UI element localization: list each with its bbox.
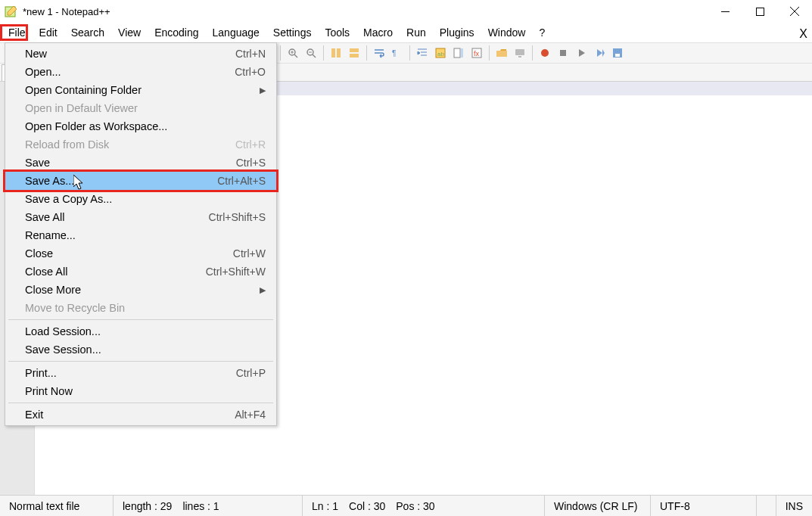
- lang-icon[interactable]: ab: [432, 45, 449, 61]
- file-menu-open-containing-folder[interactable]: Open Containing Folder▶: [5, 81, 276, 99]
- app-icon: [5, 5, 18, 18]
- menu-item-shortcut: Alt+F4: [235, 409, 266, 421]
- file-menu-save-session[interactable]: Save Session...: [5, 340, 276, 359]
- toolbar-separator: [532, 45, 533, 61]
- file-menu-open[interactable]: Open...Ctrl+O: [5, 63, 276, 81]
- status-doc-stats: length : 29 lines : 1: [114, 496, 303, 516]
- status-filetype: Normal text file: [0, 496, 114, 516]
- tab-close-x[interactable]: X: [799, 27, 807, 41]
- file-menu-print[interactable]: Print...Ctrl+P: [5, 364, 276, 382]
- zoom-in-icon[interactable]: [285, 45, 301, 61]
- menu-edit[interactable]: Edit: [33, 24, 64, 41]
- menu-window[interactable]: Window: [481, 24, 533, 41]
- file-menu-save[interactable]: SaveCtrl+S: [5, 154, 276, 172]
- play-icon[interactable]: [573, 45, 590, 61]
- window-controls: [708, 0, 812, 23]
- menu-settings[interactable]: Settings: [266, 24, 319, 41]
- menu-item-label: Save All: [25, 211, 64, 223]
- menu-file[interactable]: File: [2, 24, 33, 41]
- stop-icon[interactable]: [555, 45, 571, 61]
- menu-item-label: Save a Copy As...: [25, 193, 112, 205]
- doc-map-icon[interactable]: [450, 45, 467, 61]
- menu-item-shortcut: Ctrl+Alt+S: [217, 175, 266, 187]
- menu-item-label: Print...: [25, 367, 57, 379]
- file-menu-close-more[interactable]: Close More▶: [5, 281, 276, 299]
- file-menu-open-in-default-viewer: Open in Default Viewer: [5, 99, 276, 117]
- monitor-icon[interactable]: [512, 45, 528, 61]
- file-menu-new[interactable]: NewCtrl+N: [5, 45, 276, 63]
- function-list-icon[interactable]: fx: [468, 45, 485, 61]
- zoom-out-icon[interactable]: [303, 45, 319, 61]
- file-menu-print-now[interactable]: Print Now: [5, 382, 276, 400]
- menu-item-label: Close More: [25, 284, 81, 296]
- menu-item-label: Save Session...: [25, 343, 101, 356]
- menu-item-shortcut: Ctrl+O: [235, 66, 266, 78]
- toolbar-separator: [366, 45, 367, 61]
- menu-run[interactable]: Run: [400, 24, 433, 41]
- wordwrap-icon[interactable]: [371, 45, 387, 61]
- record-icon[interactable]: [537, 45, 553, 61]
- sync-v-icon[interactable]: [328, 45, 344, 61]
- file-menu-reload-from-disk: Reload from DiskCtrl+R: [5, 135, 276, 154]
- file-menu-close-all[interactable]: Close AllCtrl+Shift+W: [5, 263, 276, 281]
- menu-item-label: Print Now: [25, 385, 73, 397]
- close-button[interactable]: [777, 0, 812, 23]
- folder-icon[interactable]: [493, 45, 510, 61]
- replay-icon[interactable]: [591, 45, 608, 61]
- minimize-button[interactable]: [708, 0, 742, 23]
- svg-rect-36: [454, 48, 460, 58]
- status-encoding[interactable]: UTF-8: [651, 496, 757, 516]
- menu-item-label: Rename...: [25, 229, 76, 241]
- file-menu-save-as[interactable]: Save As...Ctrl+Alt+S: [5, 172, 276, 190]
- toolbar-separator: [409, 45, 410, 61]
- menu-item-label: Save: [25, 157, 50, 169]
- menu-encoding[interactable]: Encoding: [148, 24, 205, 41]
- menu-item-label: Open...: [25, 66, 61, 78]
- status-caret-pos: Ln : 1 Col : 30 Pos : 30: [303, 496, 545, 516]
- file-menu-exit[interactable]: ExitAlt+F4: [5, 406, 276, 424]
- toolbar-separator: [323, 45, 324, 61]
- window-title: *new 1 - Notepad++: [23, 6, 708, 17]
- indent-guide-icon[interactable]: [414, 45, 431, 61]
- title-bar: *new 1 - Notepad++: [0, 0, 812, 23]
- all-chars-icon[interactable]: ¶: [389, 45, 406, 61]
- menu-language[interactable]: Language: [206, 24, 266, 41]
- menu-item-label: New: [25, 48, 47, 60]
- toolbar-separator: [489, 45, 490, 61]
- maximize-button[interactable]: [742, 0, 777, 23]
- menu-item-label: Move to Recycle Bin: [25, 302, 125, 314]
- status-bar: Normal text file length : 29 lines : 1 L…: [0, 495, 812, 516]
- menu-item-label: Reload from Disk: [25, 138, 109, 151]
- status-col: Col : 30: [349, 500, 385, 512]
- menu-item-label: Open in Default Viewer: [25, 102, 138, 114]
- menu-help[interactable]: ?: [532, 24, 552, 41]
- sync-h-icon[interactable]: [346, 45, 362, 61]
- menu-item-shortcut: Ctrl+Shift+W: [206, 266, 266, 278]
- svg-text:ab: ab: [437, 51, 444, 58]
- menu-tools[interactable]: Tools: [318, 24, 356, 41]
- file-menu-load-session[interactable]: Load Session...: [5, 322, 276, 340]
- menu-view[interactable]: View: [111, 24, 148, 41]
- svg-rect-29: [331, 48, 335, 58]
- status-length: length : 29: [123, 500, 172, 512]
- save-macro-icon[interactable]: [609, 45, 626, 61]
- svg-rect-40: [515, 49, 524, 55]
- menu-item-label: Close: [25, 247, 53, 260]
- file-menu-save-all[interactable]: Save AllCtrl+Shift+S: [5, 208, 276, 226]
- status-eol[interactable]: Windows (CR LF): [545, 496, 651, 516]
- svg-point-42: [541, 49, 549, 57]
- file-menu-rename[interactable]: Rename...: [5, 226, 276, 244]
- file-menu-close[interactable]: CloseCtrl+W: [5, 244, 276, 263]
- file-menu-open-folder-as-workspace[interactable]: Open Folder as Workspace...: [5, 117, 276, 135]
- menu-item-label: Save As...: [25, 175, 74, 187]
- status-insert-mode[interactable]: INS: [776, 496, 812, 516]
- svg-text:¶: ¶: [392, 49, 396, 58]
- menu-item-shortcut: Ctrl+N: [235, 48, 266, 60]
- menu-search[interactable]: Search: [64, 24, 111, 41]
- svg-rect-37: [461, 48, 463, 58]
- menu-macro[interactable]: Macro: [356, 24, 400, 41]
- file-menu-save-a-copy-as[interactable]: Save a Copy As...: [5, 190, 276, 208]
- status-lines: lines : 1: [182, 500, 219, 512]
- menu-plugins[interactable]: Plugins: [433, 24, 481, 41]
- menu-item-shortcut: Ctrl+S: [236, 157, 266, 169]
